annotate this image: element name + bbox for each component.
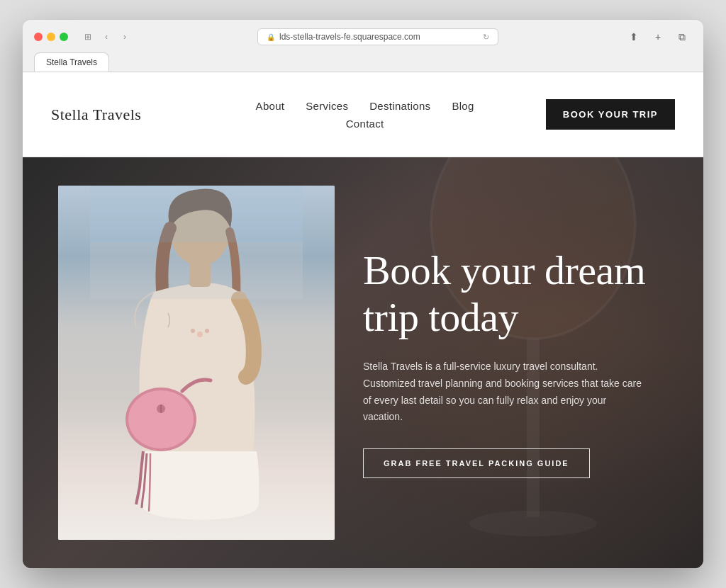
address-bar-container: 🔒 lds-stella-travels-fe.squarespace.com … [139,28,617,45]
url-text: lds-stella-travels-fe.squarespace.com [279,32,420,42]
forward-button[interactable]: › [118,30,132,44]
nav-row-top: About Services Destinations Blog [256,100,474,112]
nav-row-bottom: Contact [346,118,384,130]
hero-content: Book your dream trip today Stella Travel… [23,157,703,568]
nav-link-destinations[interactable]: Destinations [369,100,430,112]
lock-icon: 🔒 [267,33,275,41]
reload-icon[interactable]: ↻ [483,33,489,42]
svg-point-7 [205,329,209,333]
tabs-overview-button[interactable]: ⧉ [672,27,692,47]
active-tab[interactable]: Stella Travels [34,52,109,72]
hero-image [58,186,335,540]
new-tab-button[interactable]: + [648,27,668,47]
share-button[interactable]: ⬆ [624,27,644,47]
site-logo[interactable]: Stella Travels [51,106,141,124]
close-button[interactable] [34,33,43,41]
nav-link-services[interactable]: Services [306,100,348,112]
hero-subtext: Stella Travels is a full-service luxury … [363,358,647,426]
browser-window: ⊞ ‹ › 🔒 lds-stella-travels-fe.squarespac… [23,20,703,568]
nav-links: About Services Destinations Blog Contact [141,100,545,130]
maximize-button[interactable] [60,33,68,41]
hero-image-placeholder [58,186,335,540]
hero-heading: Book your dream trip today [363,247,668,341]
nav-link-contact[interactable]: Contact [346,118,384,130]
svg-point-8 [191,329,195,333]
svg-rect-13 [90,186,303,242]
nav-link-blog[interactable]: Blog [452,100,474,112]
person-illustration [90,186,303,540]
traffic-lights [34,33,68,41]
address-bar[interactable]: 🔒 lds-stella-travels-fe.squarespace.com … [257,28,498,45]
sidebar-toggle-button[interactable]: ⊞ [81,30,95,44]
minimize-button[interactable] [47,33,55,41]
website: Stella Travels About Services Destinatio… [23,72,703,568]
hero-text-area: Book your dream trip today Stella Travel… [363,186,668,540]
hero-section: Book your dream trip today Stella Travel… [23,157,703,568]
svg-rect-14 [90,242,303,299]
svg-point-6 [197,332,203,337]
book-trip-button[interactable]: BOOK YOUR TRIP [546,99,675,130]
browser-chrome: ⊞ ‹ › 🔒 lds-stella-travels-fe.squarespac… [23,20,703,72]
nav-link-about[interactable]: About [256,100,285,112]
back-button[interactable]: ‹ [99,30,113,44]
site-nav: Stella Travels About Services Destinatio… [23,72,703,157]
browser-tabs: Stella Travels [34,52,692,72]
browser-actions: ⬆ + ⧉ [624,27,692,47]
browser-controls: ⊞ ‹ › [81,30,132,44]
svg-point-10 [128,390,194,448]
packing-guide-button[interactable]: GRAB FREE TRAVEL PACKING GUIDE [363,448,590,478]
